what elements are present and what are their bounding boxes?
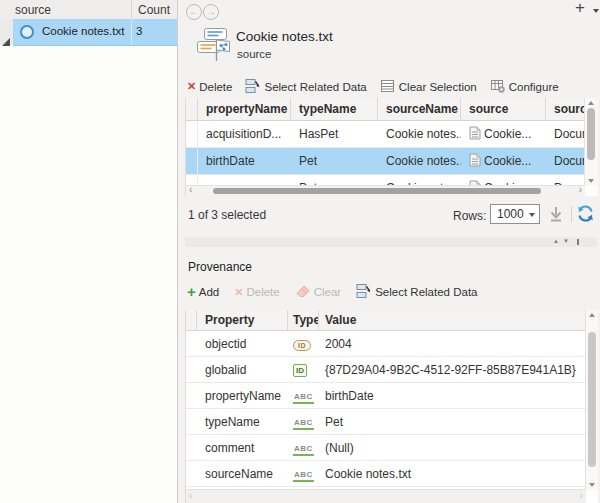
cell-typename: Pet	[291, 154, 378, 168]
column-header-sourcename[interactable]: sourceName	[378, 98, 461, 120]
download-rows-button[interactable]	[548, 205, 564, 226]
provenance-table: Property Type Value objectid ID 2004 glo…	[185, 310, 598, 503]
source-list-item-selected[interactable]: Cookie notes.txt 3	[13, 19, 177, 46]
add-button[interactable]: Add	[187, 286, 219, 299]
plus-icon	[187, 286, 196, 299]
text-type-icon: ABC	[293, 392, 314, 404]
column-divider	[131, 19, 132, 45]
item-details-window: source Count Cookie notes.txt 3 +	[0, 0, 600, 503]
clear-label: Clear	[314, 286, 341, 298]
column-header-value[interactable]: Value	[319, 310, 586, 330]
cell-property: sourceName	[197, 467, 288, 481]
source-item-label: Cookie notes.txt	[42, 25, 130, 37]
expander-triangle-icon[interactable]	[2, 38, 10, 46]
section-splitter[interactable]: ▲ ▼	[185, 237, 597, 247]
back-button[interactable]	[186, 4, 202, 20]
property-row[interactable]: sourceName ABC Cookie notes.txt	[186, 461, 586, 487]
table-row-selected[interactable]: birthDate Pet Cookie notes... Cookie... …	[186, 148, 585, 175]
column-header-typename[interactable]: typeName	[291, 98, 378, 120]
cell-sourcename: Cookie notes...	[378, 154, 461, 168]
delete-button-disabled[interactable]: Delete	[234, 286, 279, 299]
horizontal-scrollbar[interactable]: ‹ ›	[186, 185, 585, 196]
property-row[interactable]: typeName ABC Pet	[186, 409, 586, 435]
cell-value[interactable]: 2004	[319, 337, 586, 351]
scrollbar-thumb[interactable]	[588, 332, 596, 467]
splitter-grip-icon[interactable]	[577, 239, 579, 245]
horizontal-scrollbar[interactable]: ‹ ›	[186, 489, 586, 503]
add-panel-menu-button[interactable]: +	[575, 0, 600, 18]
scroll-down-icon[interactable]	[589, 483, 595, 487]
select-related-data-label: Select Related Data	[264, 81, 366, 93]
knowledge-graph-source-icon	[196, 26, 233, 66]
cell-value[interactable]: {87D29A04-9B2C-4512-92FF-85B87E941A1B}	[319, 363, 586, 377]
cell-typename: HasPet	[291, 127, 378, 141]
cell-source-text: Cookie...	[484, 154, 531, 168]
select-related-data-button[interactable]: Select Related Data	[245, 78, 366, 96]
cell-source-2: Docum	[546, 127, 585, 141]
plus-icon: +	[575, 0, 585, 18]
configure-button[interactable]: Configure	[490, 78, 559, 96]
scroll-left-icon[interactable]: ‹	[189, 184, 192, 195]
rows-label: Rows:	[453, 209, 486, 223]
clear-selection-button[interactable]: Clear Selection	[380, 78, 477, 96]
provenance-section-title: Provenance	[188, 260, 252, 274]
row-selector[interactable]	[186, 121, 198, 147]
text-type-icon: ABC	[293, 444, 314, 456]
page-subtitle: source	[237, 48, 272, 60]
column-header-type[interactable]: Type	[288, 310, 319, 330]
column-header-propertyname[interactable]: propertyName	[198, 98, 291, 120]
delete-button[interactable]: Delete	[187, 80, 232, 93]
cell-value[interactable]: (Null)	[319, 441, 586, 455]
property-row[interactable]: objectid ID 2004	[186, 331, 586, 357]
scrollbar-thumb[interactable]	[587, 108, 595, 160]
forward-button[interactable]	[203, 4, 219, 20]
scroll-left-icon[interactable]: ‹	[189, 490, 192, 501]
source-column-header[interactable]: source	[15, 3, 51, 17]
column-header-source[interactable]: source	[461, 98, 546, 120]
select-related-data-icon	[356, 283, 372, 301]
cell-value[interactable]: Pet	[319, 415, 586, 429]
vertical-scrollbar[interactable]	[585, 310, 598, 490]
refresh-button[interactable]	[576, 204, 595, 226]
cell-source: Cookie...	[461, 126, 546, 143]
property-row[interactable]: globalid ID {87D29A04-9B2C-4512-92FF-85B…	[186, 357, 586, 383]
scroll-up-icon[interactable]	[588, 101, 594, 105]
scroll-down-icon[interactable]	[588, 179, 594, 183]
cell-type: ID	[288, 337, 319, 351]
clear-button-disabled[interactable]: Clear	[295, 283, 341, 301]
cell-property: comment	[197, 441, 288, 455]
rows-count-value: 1000	[497, 207, 524, 221]
column-header-source-2[interactable]: source	[546, 98, 585, 120]
rows-count-select[interactable]: 1000	[490, 204, 540, 224]
clear-selection-icon	[380, 78, 396, 96]
row-selector[interactable]	[186, 148, 198, 174]
property-row[interactable]: propertyName ABC birthDate	[186, 383, 586, 409]
cell-value[interactable]: birthDate	[319, 389, 586, 403]
chevron-down-icon	[593, 9, 599, 13]
select-related-data-icon	[245, 78, 261, 96]
scrollbar-thumb[interactable]	[213, 188, 541, 194]
select-related-data-label: Select Related Data	[375, 286, 477, 298]
row-selector-header[interactable]	[186, 98, 198, 120]
count-column-header[interactable]: Count	[138, 3, 170, 17]
table-row[interactable]: acquisitionD... HasPet Cookie notes... C…	[186, 121, 585, 148]
scroll-up-icon[interactable]	[589, 313, 595, 317]
entity-circle-icon	[20, 25, 34, 39]
provenance-table-header: Property Type Value	[186, 310, 586, 331]
row-selector-header[interactable]	[186, 310, 197, 330]
delete-label: Delete	[246, 286, 279, 298]
vertical-scrollbar[interactable]	[584, 98, 598, 186]
cell-property: typeName	[197, 415, 288, 429]
scroll-right-icon[interactable]: ›	[580, 490, 583, 501]
splitter-up-icon[interactable]: ▲	[553, 238, 559, 244]
property-row[interactable]: comment ABC (Null)	[186, 435, 586, 461]
select-related-data-button[interactable]: Select Related Data	[356, 283, 477, 301]
clear-selection-label: Clear Selection	[399, 81, 477, 93]
cell-value[interactable]: Cookie notes.txt	[319, 467, 586, 481]
splitter-down-icon[interactable]: ▼	[563, 238, 569, 244]
scroll-right-icon[interactable]: ›	[579, 184, 582, 195]
cell-type: ABC	[288, 440, 319, 456]
configure-label: Configure	[509, 81, 559, 93]
column-header-property[interactable]: Property	[197, 310, 288, 330]
document-icon	[469, 153, 481, 170]
